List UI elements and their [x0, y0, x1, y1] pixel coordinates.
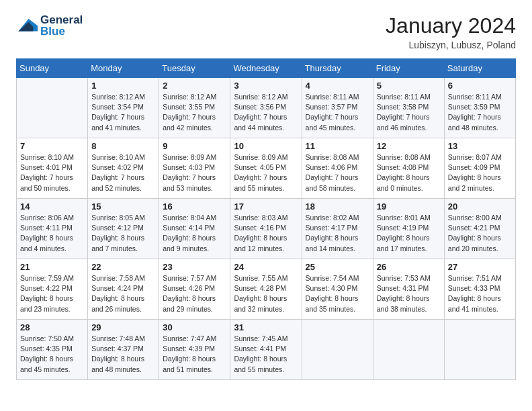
calendar-week-0: 1Sunrise: 8:12 AMSunset: 3:54 PMDaylight… [17, 78, 516, 138]
day-number: 28 [20, 322, 84, 332]
calendar-header: SundayMondayTuesdayWednesdayThursdayFrid… [17, 59, 516, 78]
day-number: 11 [306, 141, 369, 151]
calendar-cell: 31Sunrise: 7:45 AMSunset: 4:41 PMDayligh… [230, 320, 302, 380]
calendar-cell: 1Sunrise: 8:12 AMSunset: 3:54 PMDaylight… [88, 78, 159, 138]
logo-icon [16, 15, 38, 37]
day-info: Sunrise: 8:08 AMSunset: 4:06 PMDaylight:… [306, 152, 369, 193]
calendar-week-2: 14Sunrise: 8:06 AMSunset: 4:11 PMDayligh… [17, 199, 516, 259]
day-info: Sunrise: 8:07 AMSunset: 4:09 PMDaylight:… [448, 152, 512, 193]
day-number: 13 [448, 141, 512, 151]
calendar-cell: 21Sunrise: 7:59 AMSunset: 4:22 PMDayligh… [17, 259, 88, 320]
calendar-week-3: 21Sunrise: 7:59 AMSunset: 4:22 PMDayligh… [17, 259, 516, 320]
header-day-thursday: Thursday [302, 59, 373, 78]
day-number: 6 [448, 81, 512, 91]
header-day-monday: Monday [88, 59, 159, 78]
calendar-cell [17, 78, 88, 138]
day-info: Sunrise: 8:06 AMSunset: 4:11 PMDaylight:… [20, 213, 84, 254]
day-info: Sunrise: 8:03 AMSunset: 4:16 PMDaylight:… [234, 213, 298, 254]
day-number: 25 [306, 262, 369, 272]
day-number: 1 [91, 81, 155, 91]
day-number: 14 [20, 201, 84, 212]
day-info: Sunrise: 7:58 AMSunset: 4:24 PMDaylight:… [91, 273, 155, 314]
calendar-cell [373, 320, 444, 380]
day-info: Sunrise: 7:47 AMSunset: 4:39 PMDaylight:… [163, 334, 226, 375]
calendar-week-4: 28Sunrise: 7:50 AMSunset: 4:35 PMDayligh… [17, 320, 516, 380]
page-header: General Blue January 2024 Lubiszyn, Lubu… [16, 13, 516, 50]
day-info: Sunrise: 8:05 AMSunset: 4:12 PMDaylight:… [91, 213, 155, 254]
day-number: 21 [20, 262, 84, 272]
logo-text: General Blue [40, 13, 83, 38]
calendar-cell [302, 320, 373, 380]
day-info: Sunrise: 8:11 AMSunset: 3:59 PMDaylight:… [448, 92, 512, 133]
calendar-cell: 25Sunrise: 7:54 AMSunset: 4:30 PMDayligh… [302, 259, 373, 320]
day-info: Sunrise: 8:12 AMSunset: 3:55 PMDaylight:… [163, 92, 226, 133]
calendar-cell: 7Sunrise: 8:10 AMSunset: 4:01 PMDaylight… [17, 138, 88, 199]
day-number: 18 [306, 201, 369, 212]
calendar-week-1: 7Sunrise: 8:10 AMSunset: 4:01 PMDaylight… [17, 138, 516, 199]
calendar-cell: 29Sunrise: 7:48 AMSunset: 4:37 PMDayligh… [88, 320, 159, 380]
day-info: Sunrise: 7:53 AMSunset: 4:31 PMDaylight:… [377, 273, 441, 314]
day-info: Sunrise: 7:57 AMSunset: 4:26 PMDaylight:… [163, 273, 226, 314]
day-number: 15 [91, 201, 155, 212]
calendar-cell: 13Sunrise: 8:07 AMSunset: 4:09 PMDayligh… [444, 138, 515, 199]
calendar-cell: 12Sunrise: 8:08 AMSunset: 4:08 PMDayligh… [373, 138, 444, 199]
header-day-saturday: Saturday [444, 59, 515, 78]
calendar-cell: 8Sunrise: 8:10 AMSunset: 4:02 PMDaylight… [88, 138, 159, 199]
day-info: Sunrise: 7:51 AMSunset: 4:33 PMDaylight:… [448, 273, 512, 314]
day-info: Sunrise: 8:02 AMSunset: 4:17 PMDaylight:… [306, 213, 369, 254]
day-number: 23 [163, 262, 226, 272]
calendar-cell: 23Sunrise: 7:57 AMSunset: 4:26 PMDayligh… [159, 259, 230, 320]
day-number: 10 [234, 141, 298, 151]
day-number: 16 [163, 201, 226, 212]
calendar-cell: 11Sunrise: 8:08 AMSunset: 4:06 PMDayligh… [302, 138, 373, 199]
header-day-sunday: Sunday [17, 59, 88, 78]
day-number: 19 [377, 201, 441, 212]
day-info: Sunrise: 7:54 AMSunset: 4:30 PMDaylight:… [306, 273, 369, 314]
day-number: 2 [163, 81, 226, 91]
day-info: Sunrise: 8:09 AMSunset: 4:05 PMDaylight:… [234, 152, 298, 193]
header-day-friday: Friday [373, 59, 444, 78]
calendar-cell: 10Sunrise: 8:09 AMSunset: 4:05 PMDayligh… [230, 138, 302, 199]
day-number: 31 [234, 322, 298, 332]
day-number: 26 [377, 262, 441, 272]
calendar-cell: 24Sunrise: 7:55 AMSunset: 4:28 PMDayligh… [230, 259, 302, 320]
calendar-table: SundayMondayTuesdayWednesdayThursdayFrid… [16, 58, 516, 380]
day-number: 22 [91, 262, 155, 272]
calendar-cell: 15Sunrise: 8:05 AMSunset: 4:12 PMDayligh… [88, 199, 159, 259]
day-number: 24 [234, 262, 298, 272]
calendar-cell: 3Sunrise: 8:12 AMSunset: 3:56 PMDaylight… [230, 78, 302, 138]
calendar-cell: 4Sunrise: 8:11 AMSunset: 3:57 PMDaylight… [302, 78, 373, 138]
location: Lubiszyn, Lubusz, Poland [386, 40, 516, 50]
day-number: 9 [163, 141, 226, 151]
day-info: Sunrise: 8:11 AMSunset: 3:58 PMDaylight:… [377, 92, 441, 133]
day-number: 17 [234, 201, 298, 212]
calendar-cell: 17Sunrise: 8:03 AMSunset: 4:16 PMDayligh… [230, 199, 302, 259]
day-number: 5 [377, 81, 441, 91]
day-number: 3 [234, 81, 298, 91]
day-info: Sunrise: 7:59 AMSunset: 4:22 PMDaylight:… [20, 273, 84, 314]
calendar-cell: 16Sunrise: 8:04 AMSunset: 4:14 PMDayligh… [159, 199, 230, 259]
day-info: Sunrise: 7:55 AMSunset: 4:28 PMDaylight:… [234, 273, 298, 314]
day-number: 30 [163, 322, 226, 332]
day-info: Sunrise: 8:08 AMSunset: 4:08 PMDaylight:… [377, 152, 441, 193]
calendar-cell: 18Sunrise: 8:02 AMSunset: 4:17 PMDayligh… [302, 199, 373, 259]
header-day-wednesday: Wednesday [230, 59, 302, 78]
calendar-cell: 30Sunrise: 7:47 AMSunset: 4:39 PMDayligh… [159, 320, 230, 380]
calendar-cell [444, 320, 515, 380]
day-number: 7 [20, 141, 84, 151]
header-day-tuesday: Tuesday [159, 59, 230, 78]
logo: General Blue [16, 13, 83, 38]
day-number: 29 [91, 322, 155, 332]
day-info: Sunrise: 8:11 AMSunset: 3:57 PMDaylight:… [306, 92, 369, 133]
month-title: January 2024 [386, 13, 516, 38]
day-info: Sunrise: 8:10 AMSunset: 4:02 PMDaylight:… [91, 152, 155, 193]
day-info: Sunrise: 8:09 AMSunset: 4:03 PMDaylight:… [163, 152, 226, 193]
calendar-cell: 27Sunrise: 7:51 AMSunset: 4:33 PMDayligh… [444, 259, 515, 320]
day-info: Sunrise: 7:45 AMSunset: 4:41 PMDaylight:… [234, 334, 298, 375]
calendar-body: 1Sunrise: 8:12 AMSunset: 3:54 PMDaylight… [17, 78, 516, 380]
calendar-cell: 22Sunrise: 7:58 AMSunset: 4:24 PMDayligh… [88, 259, 159, 320]
header-row: SundayMondayTuesdayWednesdayThursdayFrid… [17, 59, 516, 78]
title-block: January 2024 Lubiszyn, Lubusz, Poland [386, 13, 516, 50]
calendar-cell: 5Sunrise: 8:11 AMSunset: 3:58 PMDaylight… [373, 78, 444, 138]
day-info: Sunrise: 7:50 AMSunset: 4:35 PMDaylight:… [20, 334, 84, 375]
